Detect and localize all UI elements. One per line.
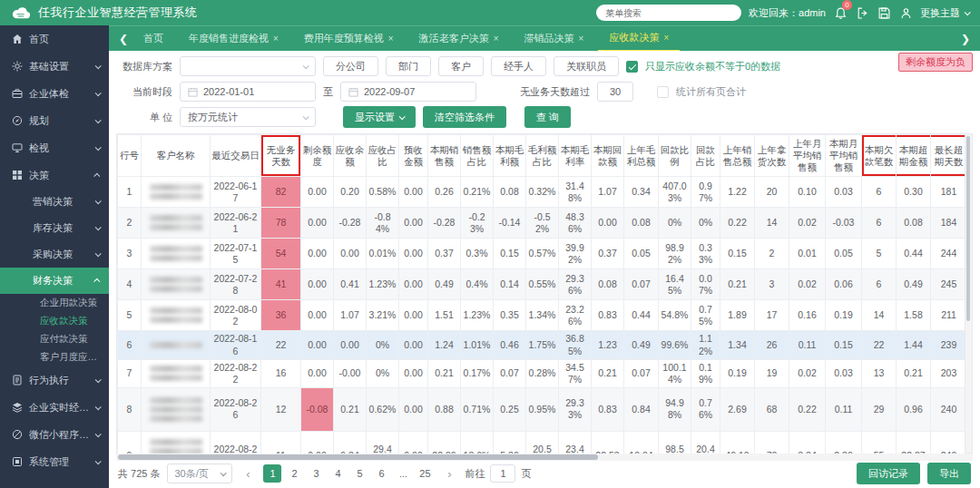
tab-激活老客户决策[interactable]: 激活老客户决策× [408,26,510,52]
close-tab-icon[interactable]: × [273,34,279,44]
goto-page-input[interactable] [490,464,515,483]
col-header-本期毛利率: 本期毛利率 [559,135,592,177]
no-business-days-input[interactable] [597,82,633,102]
menu-search-input[interactable] [596,5,741,21]
theme-switch[interactable]: 更换主题 [920,6,969,20]
prev-page-icon[interactable]: ‹ [240,467,256,481]
sidebar-item-客户月度应收分析[interactable]: 客户月度应收分析 [0,348,109,366]
close-tab-icon[interactable]: × [494,34,499,44]
scope-button-关联职员[interactable]: 关联职员 [554,56,619,76]
sidebar-item-微信小程序应用[interactable]: 微信小程序应用 [0,421,109,448]
table-row[interactable]: 42022-07-28410.000.411.23%0.000.490.4%0.… [118,269,966,300]
close-tab-icon[interactable]: × [579,34,584,44]
tab-滞销品决策[interactable]: 滞销品决策× [514,26,595,52]
tab-年度销售进度检视[interactable]: 年度销售进度检视× [178,26,289,52]
table-cell: 54.8% [659,300,691,331]
sidebar-item-库存决策[interactable]: 库存决策 [0,215,109,241]
horizontal-scrollbar-thumb[interactable] [118,454,598,460]
close-tab-icon[interactable]: × [388,34,394,44]
date-from-input[interactable]: 2022-01-01 [180,82,316,102]
db-scheme-select[interactable] [180,56,316,76]
sidebar-item-首页[interactable]: 首页 [0,25,109,53]
page-6[interactable]: 6 [372,464,390,483]
sidebar-item-基础设置[interactable]: 基础设置 [0,53,109,80]
save-icon[interactable] [877,5,891,20]
only-nonzero-balance-checkbox[interactable] [626,61,638,73]
sidebar-item-系统管理[interactable]: 系统管理 [0,448,109,475]
horizontal-scrollbar[interactable] [116,454,973,461]
table-cell: 98.56% [659,431,691,454]
sidebar-item-检视[interactable]: 检视 [0,134,109,161]
page-1[interactable]: 1 [263,464,281,483]
clear-filters-button[interactable]: 清空筛选条件 [423,106,506,128]
scope-button-部门[interactable]: 部门 [386,56,431,76]
sidebar-item-企业体检[interactable]: 企业体检 [0,80,109,107]
unit-select[interactable]: 按万元统计 [180,107,316,127]
sidebar-item-应付款决策[interactable]: 应付款决策 [0,330,109,348]
table-row[interactable]: 92022-08-27110.009.8429.47%0.0022.8618.6… [118,431,966,454]
tab-应收款决策[interactable]: 应收款决策× [598,26,680,52]
tab-费用年度预算检视[interactable]: 费用年度预算检视× [293,26,405,52]
col-header-本期毛利额: 本期毛利额 [494,135,526,177]
page-3[interactable]: 3 [307,464,325,483]
tab-label: 滞销品决策 [524,32,574,45]
table-wrap: 行号客户名称最近交易日无业务天数剩余额度应收余额应收占比预收金额本期销售额销售额… [116,133,965,454]
sidebar-item-企业用款决策[interactable]: 企业用款决策 [0,294,109,312]
table-cell: -0.03 [826,208,862,239]
date-to-input[interactable]: 2022-09-07 [340,82,476,102]
scope-button-客户[interactable]: 客户 [438,56,484,76]
scope-button-经手人[interactable]: 经手人 [491,56,546,76]
top-header: 任我行企业智慧经营管理系统 欢迎回来：admin 0 更换主题 [0,0,980,25]
notification-bell-icon[interactable]: 0 [833,5,848,20]
all-pages-total-checkbox[interactable] [657,86,669,98]
sidebar-item-应收款决策[interactable]: 应收款决策 [0,312,109,330]
sidebar-item-行为执行[interactable]: 行为执行 [0,366,109,394]
sidebar-item-决策[interactable]: 决策 [0,161,109,189]
vertical-scrollbar-thumb[interactable] [966,136,970,321]
vertical-scrollbar[interactable] [965,133,973,454]
table-cell: 0.21 [592,359,624,387]
customer-name-redacted [142,300,211,331]
col-header-客户名称: 客户名称 [142,135,211,177]
logout-icon[interactable] [855,5,869,20]
sidebar-item-财务决策[interactable]: 财务决策 [0,268,109,294]
page-2[interactable]: 2 [285,464,303,483]
sidebar-item-营销决策[interactable]: 营销决策 [0,189,109,215]
sidebar-item-采购决策[interactable]: 采购决策 [0,241,109,268]
calendar-icon [188,87,198,97]
no-business-days: 12 [261,387,301,431]
table-row[interactable]: 12022-06-17820.000.200.58%0.000.260.21%0… [118,177,966,208]
table-row[interactable]: 62022-08-16220.000.000%0.001.241.01%0.46… [118,331,966,359]
table-row[interactable]: 82022-08-2612-0.080.210.62%0.000.880.71%… [118,387,966,431]
chevron-down-icon [95,458,102,464]
page-5[interactable]: 5 [350,464,368,483]
last-trade-date: 2022-07-28 [211,269,261,300]
table-row[interactable]: 52022-08-02360.001.073.21%0.001.511.23%0… [118,300,966,331]
next-page-icon[interactable]: › [441,467,457,481]
export-button[interactable]: 导出 [927,463,971,484]
page-25[interactable]: 25 [416,464,434,483]
tab-首页[interactable]: 首页 [132,26,174,52]
query-button[interactable]: 查 询 [524,106,571,128]
page-4[interactable]: 4 [328,464,347,483]
sidebar-item-企业实时经营数据[interactable]: 企业实时经营数据 [0,394,109,421]
sidebar-item-规划[interactable]: 规划 [0,107,109,134]
display-settings-button[interactable]: 显示设置 [343,106,416,128]
tab-scroll-left-icon[interactable]: ❮ [116,33,131,45]
scope-button-分公司[interactable]: 分公司 [323,56,378,76]
tab-scroll-right-icon[interactable]: ❯ [958,33,973,45]
page-size-select[interactable]: 30条/页 [167,464,232,483]
chevron-down-icon [95,404,102,410]
table-cell: 14 [755,208,789,239]
visit-record-button[interactable]: 回访记录 [857,463,920,484]
table-row[interactable]: 22022-06-21780.00-0.28-0.84%0.00-0.28-0.… [118,208,966,239]
table-cell: 0.05 [624,239,659,269]
table-row[interactable]: 32022-07-15540.000.000.01%0.000.370.3%0.… [118,239,966,269]
user-profile-icon[interactable] [898,5,913,20]
table-cell: 0.21 [428,359,461,387]
close-tab-icon[interactable]: × [663,33,669,43]
table-row[interactable]: 72022-08-22160.00-0.000%0.000.210.17%0.0… [118,359,966,387]
negative-credit-alert-badge[interactable]: 剩余额度为负 [898,53,973,72]
chevron-down-icon [220,470,227,476]
tab-label: 年度销售进度检视 [189,32,269,45]
